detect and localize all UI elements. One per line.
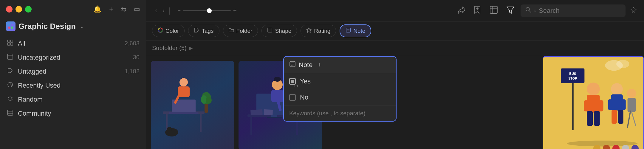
svg-rect-85 [612, 110, 617, 124]
back-button[interactable]: ‹ [153, 6, 159, 16]
sidebar-item-all-count: 2,603 [125, 40, 140, 47]
svg-rect-88 [628, 98, 636, 112]
swatch-3[interactable] [612, 145, 620, 149]
layout-icon[interactable]: ▭ [134, 5, 140, 13]
right-card-content: BUS STOP [543, 57, 643, 149]
filter-note-button[interactable]: Note [340, 24, 371, 37]
sidebar-item-all[interactable]: All 2,603 [0, 36, 146, 50]
sidebar-item-untagged-label: Untagged [18, 68, 46, 75]
slider-track[interactable] [183, 10, 231, 11]
svg-rect-80 [594, 111, 600, 126]
sidebar: 🔔 + ⇆ ▭ Graphic Design ⌄ [0, 0, 146, 149]
cursor-hand-icon: ☞ [294, 82, 300, 89]
add-icon[interactable]: + [109, 5, 113, 13]
filter-tags-button[interactable]: Tags [188, 25, 219, 37]
swatch-5[interactable] [631, 145, 639, 149]
star-icon [306, 27, 312, 34]
svg-text:STOP: STOP [568, 77, 577, 80]
svg-rect-79 [587, 111, 593, 126]
image-card-1[interactable] [151, 61, 234, 149]
random-icon [7, 95, 14, 103]
svg-rect-1 [11, 24, 13, 26]
content-area: Note + ☞ Yes No JPG [146, 56, 644, 149]
maximize-button[interactable] [25, 6, 32, 13]
filter-rating-button[interactable]: Rating [301, 25, 336, 37]
forward-button[interactable]: › [161, 6, 166, 16]
filter-folder-button[interactable]: Folder [223, 25, 258, 37]
svg-point-42 [167, 127, 172, 132]
svg-point-93 [616, 60, 629, 68]
bell-icon[interactable]: 🔔 [93, 5, 101, 13]
layout-grid-icon[interactable] [488, 4, 499, 17]
search-input[interactable] [539, 7, 621, 15]
shape-icon [267, 27, 273, 34]
note-dropdown-title: Note [299, 61, 312, 69]
no-checkbox[interactable] [289, 94, 296, 101]
sidebar-item-recently-used-label: Recently Used [18, 82, 61, 89]
note-filter-icon [346, 27, 351, 34]
swatch-1[interactable] [593, 145, 600, 149]
swatch-4[interactable] [622, 145, 629, 149]
svg-point-38 [179, 78, 188, 86]
bookmark-icon[interactable] [472, 4, 482, 17]
zoom-slider[interactable]: − + [177, 7, 236, 14]
close-button[interactable] [6, 6, 13, 13]
filter-folder-label: Folder [236, 28, 253, 34]
subfolder-bar: Subfolder (5) ▶ [146, 41, 644, 56]
svg-rect-26 [268, 28, 272, 32]
svg-rect-8 [7, 54, 13, 59]
sidebar-item-untagged[interactable]: Untagged 1,182 [0, 64, 146, 78]
svg-rect-84 [622, 99, 626, 110]
svg-rect-76 [587, 95, 600, 112]
note-keywords-area [284, 105, 396, 121]
filter-bar: Color Tags Folder Sh [146, 21, 644, 41]
note-option-no[interactable]: No [284, 89, 396, 105]
svg-rect-36 [169, 112, 199, 114]
svg-text:BUS: BUS [569, 72, 576, 75]
right-image-card[interactable]: JPG BUS STOP [543, 56, 644, 149]
main-content: ‹ › | − + [146, 0, 644, 149]
svg-point-75 [587, 83, 600, 95]
sidebar-item-recently-used[interactable]: Recently Used [0, 78, 146, 92]
sidebar-item-uncategorized-count: 30 [133, 54, 140, 61]
sidebar-item-untagged-count: 1,182 [125, 68, 140, 75]
filter-tags-label: Tags [202, 28, 213, 34]
note-option-yes[interactable]: ☞ Yes [284, 73, 396, 89]
sidebar-brand: Graphic Design ⌄ [0, 18, 146, 33]
sidebar-item-random[interactable]: Random [0, 92, 146, 106]
untagged-icon [7, 67, 14, 75]
sidebar-brand-name: Graphic Design [18, 22, 76, 31]
color-wheel-icon [158, 27, 163, 34]
minimize-button[interactable] [16, 6, 22, 13]
svg-marker-27 [306, 28, 311, 32]
svg-line-23 [529, 11, 531, 13]
filter-icon[interactable] [505, 4, 516, 17]
svg-rect-3 [11, 27, 13, 29]
yes-checkbox[interactable]: ☞ [289, 78, 296, 85]
svg-rect-71 [561, 69, 584, 83]
slider-thumb[interactable] [207, 8, 212, 13]
svg-rect-5 [10, 40, 13, 42]
share-icon[interactable] [456, 4, 466, 17]
search-bar[interactable]: ▿ [521, 4, 626, 17]
sidebar-item-community[interactable]: Community [0, 106, 146, 120]
sidebar-item-uncategorized[interactable]: Uncategorized 30 [0, 50, 146, 64]
pin-icon[interactable] [630, 7, 637, 15]
transfer-icon[interactable]: ⇆ [121, 5, 126, 13]
svg-point-22 [526, 7, 530, 11]
svg-rect-34 [200, 114, 202, 132]
filter-shape-button[interactable]: Shape [261, 25, 297, 37]
svg-point-54 [274, 77, 281, 82]
zoom-plus-icon[interactable]: + [233, 7, 237, 14]
community-icon [7, 109, 14, 117]
search-icon [525, 7, 531, 15]
filter-color-button[interactable]: Color [152, 25, 185, 37]
brand-chevron-icon[interactable]: ⌄ [80, 24, 84, 29]
keywords-input[interactable] [289, 110, 391, 117]
swatch-2[interactable] [603, 145, 610, 149]
sidebar-nav: All 2,603 Uncategorized 30 [0, 33, 146, 149]
note-add-button[interactable]: + [317, 61, 321, 69]
svg-rect-65 [264, 109, 273, 115]
svg-rect-52 [267, 117, 282, 118]
all-icon [7, 39, 14, 47]
